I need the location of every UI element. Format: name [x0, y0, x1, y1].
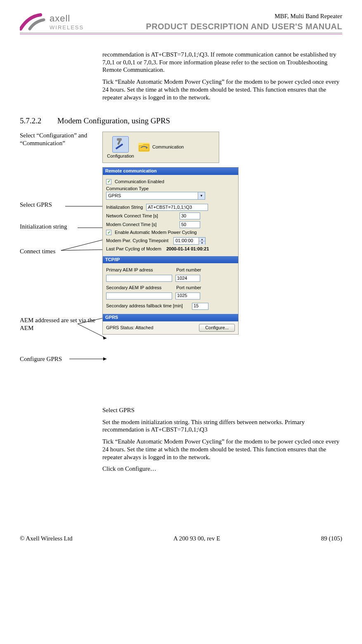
page-header: axell WIRELESS MBF, Multi Band Repeater … [20, 12, 342, 33]
modem-time-row: Modem Connect Time [s] 50 [106, 221, 235, 228]
remote-comm-window: Remote communication ✓ Communication Ena… [102, 167, 239, 335]
svg-marker-14 [103, 336, 106, 340]
brand-line1: axell [50, 13, 84, 24]
net-time-input[interactable]: 30 [180, 212, 200, 219]
annot-connect-times: Connect times [20, 248, 98, 255]
post-para-1: Select GPRS [102, 406, 342, 414]
post-para-3: Tick “Enable Automatic Modem Power Cycli… [102, 438, 342, 461]
port-label-2: Port number [176, 285, 201, 291]
toolbar-panel: Configuration Communication [103, 132, 219, 163]
modem-time-label: Modem Connect Time [s] [106, 222, 176, 228]
prim-ip-input[interactable] [106, 275, 172, 282]
tcp-labels-1: Primary AEM IP adress Port number [106, 267, 235, 273]
tcpip-body: Primary AEM IP adress Port number 1024 S… [103, 263, 238, 314]
header-accent-rule [20, 34, 342, 34]
communication-label: Communication [152, 144, 184, 150]
sec-port-input[interactable]: 1025 [175, 293, 200, 300]
modem-time-input[interactable]: 50 [180, 221, 200, 228]
toolbar-figure: Configuration Communication [102, 132, 219, 163]
doc-subtitle: PRODUCT DESCRIPTION AND USER'S MANUAL [146, 21, 343, 32]
annot-init-string: Initialization string [20, 223, 98, 231]
comm-type-select[interactable]: GPRS ▼ [106, 192, 205, 200]
fallback-label: Secondary address fallback time [min] [106, 303, 189, 309]
post-para-2: Set the modem initialization string. Thi… [102, 418, 342, 434]
wrench-hammer-icon [112, 136, 129, 153]
sec-ip-input[interactable] [106, 293, 172, 300]
tcpip-header: TCP/IP [103, 256, 238, 264]
auto-cycle-label: Enable Automatic Modem Power Cycling [115, 230, 197, 236]
svg-rect-0 [116, 144, 123, 150]
section-title: Modem Configuration, using GPRS [57, 116, 170, 125]
comm-enabled-checkbox[interactable]: ✓ [106, 179, 111, 184]
footer-left: © Axell Wireless Ltd [20, 535, 73, 543]
post-para-4: Click on Configure… [102, 465, 342, 473]
footer-right: 89 (105) [321, 535, 342, 543]
comm-enabled-row: ✓ Communication Enabled [106, 179, 235, 185]
last-cycle-value: 2000-01-14 01:00:21 [166, 246, 209, 252]
post-block: Select GPRS Set the modem initialization… [102, 406, 342, 473]
tcp-inputs-1: 1024 [106, 275, 235, 282]
auto-cycle-row: ✓ Enable Automatic Modem Power Cycling [106, 230, 235, 236]
remote-comm-body: ✓ Communication Enabled Communication Ty… [103, 175, 238, 256]
step-1-row: Select “Configuration” and “Communicatio… [20, 132, 342, 163]
last-cycle-row: Last Pwr Cycling of Modem 2000-01-14 01:… [106, 246, 235, 252]
step-1-label: Select “Configuration” and “Communicatio… [20, 132, 102, 147]
tcp-inputs-2: 1025 [106, 293, 235, 300]
cycle-timepoint-label: Modem Pwr. Cycling Timepoint [106, 238, 170, 244]
footer-center: A 200 93 00, rev E [173, 535, 220, 543]
intro-para-2: Tick “Enable Automatic Modem Power Cycli… [102, 78, 342, 101]
communication-folder-icon[interactable] [138, 143, 150, 152]
section-number: 5.7.2.2 [20, 116, 55, 126]
brand-text: axell WIRELESS [50, 13, 84, 31]
cycle-timepoint-input[interactable]: 01:00:00 ▲▼ [173, 237, 206, 245]
port-label-1: Port number [176, 267, 201, 273]
annot-configure: Configure GPRS [20, 355, 98, 363]
init-string-input[interactable]: AT+CBST=71,0,1;\Q3 [146, 204, 208, 211]
svg-marker-16 [103, 357, 106, 361]
remote-comm-header: Remote communication [103, 167, 238, 175]
cycle-timepoint-row: Modem Pwr. Cycling Timepoint 01:00:00 ▲▼ [106, 237, 235, 245]
page-footer: © Axell Wireless Ltd A 200 93 00, rev E … [20, 535, 342, 543]
doc-name: MBF, Multi Band Repeater [146, 12, 343, 20]
gprs-status: GPRS Status: Attached [106, 325, 153, 331]
tcp-labels-2: Secondary AEM IP address Port number [106, 285, 235, 291]
configuration-label: Configuration [106, 153, 135, 159]
comm-enabled-label: Communication Enabled [115, 179, 164, 185]
intro-block: recommendation is AT+CBST=71,0,1;\Q3. If… [102, 51, 342, 101]
spinner-buttons[interactable]: ▲▼ [199, 238, 205, 244]
brand-logo: axell WIRELESS [20, 12, 84, 31]
gprs-body: GPRS Status: Attached Configure... [103, 321, 238, 335]
net-time-row: Network Connect Time [s] 30 [106, 212, 235, 219]
cycle-timepoint-value: 01:00:00 [174, 238, 199, 244]
fallback-input[interactable]: 15 [192, 303, 208, 310]
init-string-row: Initialization String AT+CBST=71,0,1;\Q3 [106, 204, 235, 211]
net-time-label: Network Connect Time [s] [106, 213, 176, 219]
sec-ip-label: Secondary AEM IP address [106, 285, 168, 291]
annotated-block: Select GPRS Initialization string Connec… [20, 167, 342, 398]
auto-cycle-checkbox[interactable]: ✓ [106, 230, 111, 235]
last-cycle-label: Last Pwr Cycling of Modem [106, 246, 161, 252]
init-string-label: Initialization String [106, 205, 143, 210]
axell-swoosh-icon [20, 12, 49, 31]
header-titles: MBF, Multi Band Repeater PRODUCT DESCRIP… [146, 12, 343, 32]
configuration-button[interactable]: Configuration [105, 134, 136, 160]
chevron-down-icon: ▼ [198, 192, 205, 199]
gprs-header: GPRS [103, 314, 238, 321]
prim-port-input[interactable]: 1024 [175, 275, 200, 282]
svg-rect-2 [117, 138, 122, 141]
prim-ip-label: Primary AEM IP adress [106, 267, 168, 273]
fallback-row: Secondary address fallback time [min] 15 [106, 303, 235, 310]
annot-select-gprs: Select GPRS [20, 201, 98, 209]
brand-line2: WIRELESS [50, 24, 84, 31]
intro-para-1: recommendation is AT+CBST=71,0,1;\Q3. If… [102, 51, 342, 74]
comm-type-label: Communication Type [106, 186, 235, 192]
annot-aem: AEM addressed are set via the AEM [20, 316, 98, 332]
comm-type-value: GPRS [108, 193, 121, 199]
configure-button[interactable]: Configure... [199, 324, 235, 332]
section-heading: 5.7.2.2 Modem Configuration, using GPRS [20, 116, 342, 126]
